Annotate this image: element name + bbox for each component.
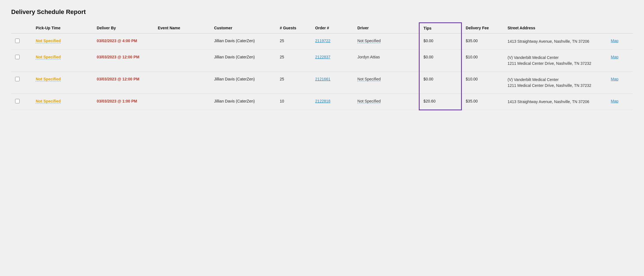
table-header-row: Pick-Up Time Deliver By Event Name Custo… — [11, 23, 633, 34]
header-customer: Customer — [210, 23, 276, 34]
order-num-link[interactable]: 2121661 — [315, 77, 331, 81]
order-num-link[interactable]: 2122818 — [315, 99, 331, 103]
customer-value: Jillian Davis (CaterZen) — [214, 77, 255, 81]
pickup-time-value: Not Specified — [36, 39, 61, 43]
customer-cell: Jillian Davis (CaterZen) — [210, 72, 276, 94]
header-tips: Tips — [419, 23, 461, 34]
header-order: Order # — [311, 23, 354, 34]
deliver-by-cell: 03/02/2023 @ 4:00 PM — [93, 34, 154, 50]
deliver-by-value: 03/03/2023 @ 12:00 PM — [97, 55, 139, 59]
row-checkbox[interactable] — [15, 99, 20, 103]
header-deliver: Deliver By — [93, 23, 154, 34]
delivery-fee-value: $35.00 — [466, 39, 478, 43]
row-checkbox[interactable] — [15, 55, 20, 59]
customer-cell: Jillian Davis (CaterZen) — [210, 94, 276, 110]
driver-cell: Not Specified — [354, 34, 419, 50]
deliver-by-value: 03/02/2023 @ 4:00 PM — [97, 39, 137, 43]
map-cell: Map — [607, 34, 633, 50]
header-checkbox — [11, 23, 32, 34]
delivery-fee-cell: $35.00 — [461, 94, 504, 110]
event-name-cell — [154, 34, 210, 50]
map-link[interactable]: Map — [611, 39, 618, 43]
map-link[interactable]: Map — [611, 77, 618, 81]
row-checkbox-cell — [11, 50, 32, 72]
delivery-fee-value: $10.00 — [466, 77, 478, 81]
guests-value: 10 — [280, 99, 284, 103]
deliver-by-cell: 03/03/2023 @ 1:00 PM — [93, 94, 154, 110]
pickup-time-cell: Not Specified — [32, 34, 93, 50]
row-checkbox-cell — [11, 72, 32, 94]
map-link[interactable]: Map — [611, 55, 618, 59]
order-num-link[interactable]: 2122837 — [315, 55, 331, 59]
driver-value: Not Specified — [358, 99, 381, 103]
order-num-cell: 2122818 — [311, 94, 354, 110]
delivery-fee-value: $35.00 — [466, 99, 478, 103]
map-link[interactable]: Map — [611, 99, 618, 103]
guests-value: 25 — [280, 55, 284, 59]
map-cell: Map — [607, 50, 633, 72]
table-row: Not Specified 03/03/2023 @ 12:00 PM Jill… — [11, 72, 633, 94]
event-name-cell — [154, 94, 210, 110]
pickup-time-value: Not Specified — [36, 55, 61, 59]
customer-cell: Jillian Davis (CaterZen) — [210, 34, 276, 50]
table-row: Not Specified 03/03/2023 @ 12:00 PM Jill… — [11, 50, 633, 72]
guests-cell: 25 — [276, 72, 311, 94]
customer-value: Jillian Davis (CaterZen) — [214, 55, 255, 59]
address-cell: 1413 Straightway Avenue, Nashville, TN 3… — [504, 94, 607, 110]
guests-value: 25 — [280, 39, 284, 43]
customer-value: Jillian Davis (CaterZen) — [214, 99, 255, 103]
page-title: Delivery Schedule Report — [11, 8, 633, 16]
tips-value: $20.60 — [424, 99, 436, 103]
guests-value: 25 — [280, 77, 284, 81]
tips-cell: $0.00 — [419, 72, 461, 94]
guests-cell: 10 — [276, 94, 311, 110]
customer-value: Jillian Davis (CaterZen) — [214, 39, 255, 43]
tips-cell: $0.00 — [419, 34, 461, 50]
pickup-time-cell: Not Specified — [32, 50, 93, 72]
driver-value: Not Specified — [358, 39, 381, 43]
header-pickup: Pick-Up Time — [32, 23, 93, 34]
map-cell: Map — [607, 72, 633, 94]
driver-value: Jordyn Attias — [358, 55, 380, 59]
deliver-by-value: 03/03/2023 @ 12:00 PM — [97, 77, 139, 81]
pickup-time-value: Not Specified — [36, 77, 61, 81]
order-num-cell: 2119722 — [311, 34, 354, 50]
pickup-time-cell: Not Specified — [32, 94, 93, 110]
driver-cell: Jordyn Attias — [354, 50, 419, 72]
address-value: (V) Vanderbilt Medical Center1211 Medica… — [507, 77, 591, 88]
deliver-by-value: 03/03/2023 @ 1:00 PM — [97, 99, 137, 103]
delivery-fee-cell: $10.00 — [461, 72, 504, 94]
deliver-by-cell: 03/03/2023 @ 12:00 PM — [93, 72, 154, 94]
table-row: Not Specified 03/03/2023 @ 1:00 PM Jilli… — [11, 94, 633, 110]
address-value: 1413 Straightway Avenue, Nashville, TN 3… — [507, 39, 589, 44]
table-row: Not Specified 03/02/2023 @ 4:00 PM Jilli… — [11, 34, 633, 50]
header-address: Street Address — [504, 23, 607, 34]
order-num-cell: 2121661 — [311, 72, 354, 94]
guests-cell: 25 — [276, 34, 311, 50]
deliver-by-cell: 03/03/2023 @ 12:00 PM — [93, 50, 154, 72]
delivery-fee-cell: $35.00 — [461, 34, 504, 50]
header-delivery-fee: Delivery Fee — [461, 23, 504, 34]
tips-cell: $20.60 — [419, 94, 461, 110]
tips-cell: $0.00 — [419, 50, 461, 72]
delivery-schedule-table: Pick-Up Time Deliver By Event Name Custo… — [11, 22, 633, 110]
map-cell: Map — [607, 94, 633, 110]
order-num-cell: 2122837 — [311, 50, 354, 72]
address-cell: (V) Vanderbilt Medical Center1211 Medica… — [504, 72, 607, 94]
delivery-fee-value: $10.00 — [466, 55, 478, 59]
row-checkbox[interactable] — [15, 39, 20, 43]
header-map — [607, 23, 633, 34]
delivery-fee-cell: $10.00 — [461, 50, 504, 72]
customer-cell: Jillian Davis (CaterZen) — [210, 50, 276, 72]
header-driver: Driver — [354, 23, 419, 34]
tips-value: $0.00 — [424, 55, 433, 59]
row-checkbox[interactable] — [15, 77, 20, 81]
driver-cell: Not Specified — [354, 94, 419, 110]
address-cell: 1413 Straightway Avenue, Nashville, TN 3… — [504, 34, 607, 50]
order-num-link[interactable]: 2119722 — [315, 39, 331, 43]
pickup-time-cell: Not Specified — [32, 72, 93, 94]
header-event: Event Name — [154, 23, 210, 34]
tips-value: $0.00 — [424, 39, 433, 43]
pickup-time-value: Not Specified — [36, 99, 61, 103]
address-value: 1413 Straightway Avenue, Nashville, TN 3… — [507, 99, 589, 104]
